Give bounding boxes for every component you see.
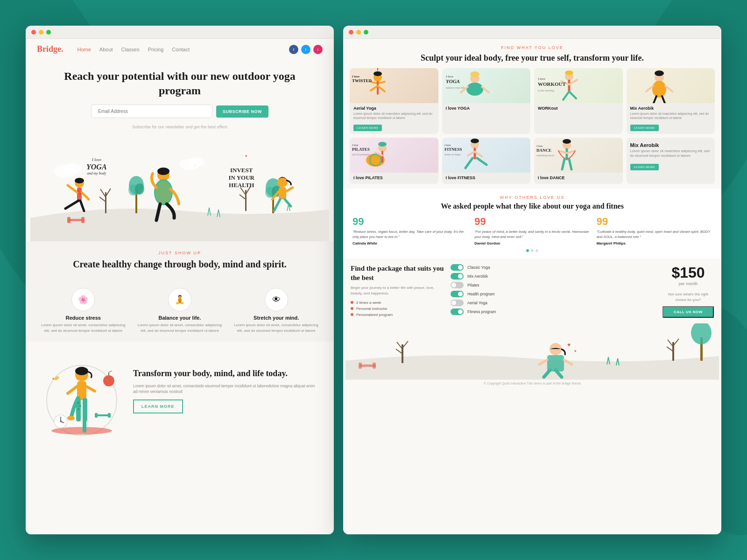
- left-window: Bridge. Home About Classes Pricing Conta…: [26, 26, 334, 534]
- yoga-title: I love YOGA: [446, 106, 527, 111]
- meditation-icon: 🧘: [168, 288, 191, 311]
- svg-text:♥: ♥: [245, 154, 247, 158]
- fitness-title: I love FITNESS: [446, 175, 527, 180]
- subscribe-button[interactable]: SUBSCRIBE NOW: [216, 105, 268, 118]
- svg-text:FITNESS: FITNESS: [444, 147, 462, 152]
- svg-text:I love: I love: [444, 144, 451, 147]
- features-row: 🌸 Reduce stress Lorem ipsum dolor sit am…: [26, 280, 334, 341]
- dot-3[interactable]: [536, 249, 538, 252]
- svg-line-30: [68, 185, 77, 192]
- nav-links: Home About Classes Pricing Contact: [78, 47, 289, 52]
- testimonials-heading: We asked people what they like about our…: [352, 202, 712, 211]
- toggle-mix-aerobik[interactable]: [451, 273, 464, 280]
- nav-pricing[interactable]: Pricing: [148, 47, 164, 52]
- mix-aerobik-desc: Lorem ipsum dolor sit maectetur adipisci…: [630, 149, 712, 159]
- pricing-feature-2: Personal instructor: [351, 307, 444, 311]
- svg-text:something moves: something moves: [536, 154, 555, 157]
- feature-stretch: 👁 Stretch your mind. Lorem ipsum dolor s…: [233, 288, 320, 333]
- dance-card: I love DANCE something moves I love DANC…: [534, 138, 623, 184]
- email-input[interactable]: [91, 105, 212, 118]
- svg-line-45: [286, 188, 293, 191]
- svg-text:makes us happy: makes us happy: [444, 153, 461, 156]
- pricing-feature-3-label: Personalized program: [356, 313, 393, 317]
- svg-line-33: [80, 201, 84, 211]
- svg-text:PILATES: PILATES: [352, 147, 370, 152]
- svg-point-25: [63, 163, 82, 174]
- pricing-toggles: Classic Yoga Mix Aerobik Pilates Health …: [451, 264, 656, 317]
- toggle-pilates[interactable]: [451, 282, 464, 288]
- facebook-icon[interactable]: f: [289, 45, 298, 54]
- mix-aerobik-title: Mix Aerobik: [630, 142, 712, 148]
- svg-rect-71: [108, 413, 111, 418]
- toggle-mix-aerobik-label: Mix Aerobik: [467, 274, 488, 279]
- svg-point-55: [67, 416, 75, 420]
- price-note: Not sure what's the right choice for you…: [662, 292, 714, 302]
- mix-aerobik-btn[interactable]: LEARN MORE: [630, 164, 659, 170]
- fitness-body: I love FITNESS: [442, 173, 531, 184]
- transform-heading: Transform your body, mind, and life toda…: [133, 368, 320, 379]
- left-window-content: Bridge. Home About Classes Pricing Conta…: [26, 39, 334, 534]
- yoga-img: I love YOGA balance your life: [442, 68, 531, 103]
- feature-balance: 🧘 Balance your life. Lorem ipsum dolor s…: [136, 288, 224, 333]
- section-2: JUST SHOW UP Create healthy change throu…: [26, 241, 334, 280]
- workout-title: WORKout: [538, 106, 619, 111]
- pilates-title: I love PILATES: [353, 175, 435, 180]
- testimonial-1-author: Calinda White: [352, 241, 468, 245]
- bottom-svg: ♥ ♥: [343, 323, 721, 379]
- hero-section: Reach your potential with our new outdoo…: [26, 60, 334, 129]
- svg-text:♥: ♥: [567, 342, 571, 348]
- nav-contact[interactable]: Contact: [172, 47, 190, 52]
- svg-point-100: [652, 81, 666, 98]
- pilates-img: I love PILATES and I'm prepared: [350, 138, 438, 173]
- toggle-aerial-yoga[interactable]: [451, 300, 464, 306]
- nav-home[interactable]: Home: [78, 47, 91, 52]
- hero-heading: Reach your potential with our new outdoo…: [44, 69, 315, 98]
- toggle-fitness[interactable]: [451, 308, 464, 315]
- svg-rect-54: [83, 398, 87, 421]
- hero-illustration: I love YOGA and my body INVEST IN YOUR H…: [30, 129, 329, 241]
- toggle-classic-yoga[interactable]: [451, 264, 464, 271]
- pricing-heading: Find the package that suits you the best: [351, 264, 444, 282]
- aerial-yoga-title: Aerial Yoga: [353, 106, 435, 111]
- feature-1-desc: Lorem ipsum dolor sit amet, consectetur …: [40, 322, 127, 333]
- workout-body: WORKout: [534, 103, 623, 114]
- svg-line-93: [563, 91, 569, 100]
- svg-line-46: [274, 199, 280, 211]
- right-window: FIND WHAT YOU LOVE Sculpt your ideal bod…: [343, 26, 721, 534]
- invest-text-overlay: INVEST IN YOUR HEALTH: [229, 167, 255, 189]
- dot-1[interactable]: [526, 249, 529, 252]
- svg-rect-20: [67, 217, 70, 223]
- transform-desc: Lorem ipsum dolor sit amet, consectsido …: [133, 383, 320, 395]
- section-2-heading: Create healthy change through body, mind…: [44, 258, 315, 270]
- pricing-features-list: 2 times a week Personal instructor Perso…: [351, 301, 444, 317]
- dot-2[interactable]: [531, 249, 534, 252]
- aerobik-top-btn[interactable]: LEARN MORE: [630, 125, 659, 131]
- instagram-icon[interactable]: i: [313, 45, 323, 54]
- svg-point-36: [79, 193, 81, 195]
- copyright-bar: © Copyright Qode Interactive This demo i…: [343, 379, 721, 387]
- aerial-yoga-btn[interactable]: LEARN MORE: [353, 125, 382, 131]
- transform-svg: [40, 349, 124, 442]
- bullet-2: [351, 307, 353, 310]
- toggle-row-2: Mix Aerobik: [451, 273, 656, 280]
- svg-line-144: [667, 347, 673, 351]
- svg-text:balance your life: balance your life: [446, 86, 465, 89]
- feature-2-title: Balance your life.: [136, 315, 224, 321]
- transform-text: Transform your body, mind, and life toda…: [133, 368, 320, 413]
- call-us-button[interactable]: CALL US NOW: [662, 306, 714, 318]
- yoga-body: I love YOGA: [442, 103, 531, 114]
- svg-line-62: [53, 378, 54, 379]
- svg-point-73: [374, 71, 382, 76]
- svg-line-31: [82, 192, 89, 199]
- svg-point-106: [378, 142, 387, 147]
- svg-line-103: [654, 96, 656, 103]
- learn-more-button[interactable]: LEARN MORE: [133, 399, 183, 413]
- nav-classes[interactable]: Classes: [121, 47, 140, 52]
- price-period: per month: [662, 281, 714, 286]
- twitter-icon[interactable]: t: [301, 45, 310, 54]
- svg-line-119: [465, 158, 472, 168]
- toggle-health-program[interactable]: [451, 291, 464, 297]
- svg-line-12: [240, 188, 246, 195]
- nav-about[interactable]: About: [99, 47, 113, 52]
- svg-line-120: [477, 158, 486, 165]
